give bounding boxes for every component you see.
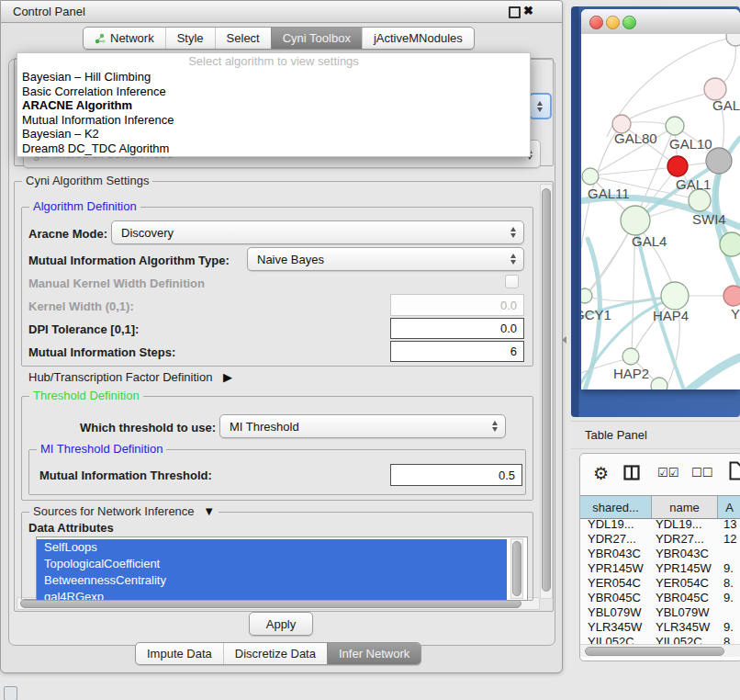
table-row[interactable]: YBR045CYBR045C9. [580, 591, 740, 605]
network-window[interactable]: GALGAL80GAL10GAL11GAL1SWI4GAL4GCY1HAP4YH… [581, 9, 740, 390]
network-node[interactable] [720, 232, 740, 256]
algorithm-option-dream8-dc-tdc-algorithm[interactable]: Dream8 DC_TDC Algorithm [17, 141, 530, 156]
zoom-window-icon[interactable] [622, 16, 636, 29]
table-cell: YBR045C [656, 591, 720, 605]
collapsed-panel-icon[interactable] [4, 686, 17, 700]
network-node[interactable] [726, 34, 740, 46]
split-columns-icon[interactable] [623, 465, 640, 480]
node-label-gal80: GAL80 [614, 130, 657, 146]
network-node[interactable] [582, 168, 599, 185]
table-row[interactable]: YLR345WYLR345W9. [580, 620, 740, 635]
collapse-down-icon[interactable]: ▼ [203, 504, 215, 518]
table-hscrollbar-thumb[interactable] [585, 647, 724, 656]
attributes-vscrollbar-thumb[interactable] [512, 541, 521, 596]
kernel-width-field[interactable]: 0.0 [390, 294, 524, 316]
mi-type-combo[interactable]: Naive Bayes [247, 247, 524, 271]
table-row[interactable]: YDR27...YDR27...12 [580, 532, 740, 547]
kernel-width-value: 0.0 [500, 299, 517, 312]
algorithm-option-bayesian-k2[interactable]: Bayesian – K2 [17, 127, 530, 141]
network-node[interactable] [581, 288, 592, 303]
tab-label: Impute Data [147, 647, 212, 660]
table-cell [723, 605, 740, 620]
float-window-icon[interactable] [509, 6, 521, 18]
close-icon[interactable]: ✖ [523, 4, 533, 17]
tab-discretize-data[interactable]: Discretize Data [223, 643, 327, 664]
control-panel-titlebar[interactable]: Control Panel ✖ [1, 1, 562, 23]
panel-splitter-handle[interactable] [562, 336, 566, 344]
table-panel-title: Table Panel [585, 428, 647, 442]
network-node[interactable] [661, 282, 689, 310]
control-panel-title: Control Panel [13, 5, 85, 18]
table-row[interactable]: YDL19...YDL19...13 [580, 517, 740, 532]
network-node[interactable] [666, 117, 684, 135]
algorithm-option-basic-correlation-inference[interactable]: Basic Correlation Inference [17, 85, 530, 99]
attribute-item-selfloops[interactable]: SelfLoops [37, 539, 507, 556]
tab-label: jActiveMNodules [374, 31, 463, 45]
hub-definition-expander[interactable]: Hub/Transcription Factor Definition ▶ [28, 370, 232, 384]
network-node[interactable] [706, 148, 732, 174]
manual-kernel-checkbox[interactable] [505, 275, 519, 288]
algorithm-combo-arrow[interactable] [529, 93, 552, 119]
apply-button[interactable]: Apply [249, 612, 313, 636]
algorithm-option-mutual-information-inference[interactable]: Mutual Information Inference [17, 113, 530, 128]
data-attributes-list[interactable]: SelfLoopsTopologicalCoefficientBetweenne… [36, 536, 528, 601]
tab-impute-data[interactable]: Impute Data [136, 643, 223, 664]
mi-steps-field[interactable]: 6 [390, 341, 524, 362]
attributes-vscrollbar[interactable] [510, 538, 523, 599]
tab-infer-network[interactable]: Infer Network [327, 643, 420, 664]
column-header-a[interactable]: A [718, 496, 740, 518]
table-cell: YBR045C [588, 591, 654, 605]
tab-cyni-toolbox[interactable]: Cyni Toolbox [271, 28, 362, 49]
algorithm-option-bayesian-hill-climbing[interactable]: Bayesian – Hill Climbing [17, 70, 530, 85]
new-table-icon[interactable] [729, 461, 740, 480]
gear-icon[interactable]: ⚙ [593, 463, 609, 484]
tab-network[interactable]: Network [84, 28, 165, 49]
aracne-mode-combo[interactable]: Discovery [111, 220, 524, 244]
network-node[interactable] [723, 286, 740, 306]
aracne-mode-label: Aracne Mode: [28, 227, 107, 241]
which-threshold-combo[interactable]: MI Threshold [219, 414, 506, 438]
table-cell: YDL19... [656, 517, 720, 532]
tab-jactivemnodules[interactable]: jActiveMNodules [362, 28, 474, 49]
settings-vscrollbar-thumb[interactable] [542, 188, 551, 592]
table-row[interactable]: YER054CYER054C8. [580, 576, 740, 591]
table-hscrollbar[interactable] [580, 644, 740, 657]
column-header-name[interactable]: name [652, 496, 718, 518]
table-cell: YPR145W [588, 561, 654, 576]
expand-right-icon[interactable]: ▶ [223, 370, 232, 384]
network-node[interactable] [667, 156, 688, 176]
table-row[interactable]: YBL079WYBL079W [580, 605, 740, 620]
mi-threshold-field[interactable]: 0.5 [390, 464, 522, 486]
tab-label: Style [177, 31, 204, 45]
tab-select[interactable]: Select [215, 28, 271, 49]
show-all-columns-icon[interactable]: ☑☑ [657, 466, 678, 480]
dpi-tolerance-field[interactable]: 0.0 [390, 318, 524, 339]
close-window-icon[interactable] [589, 16, 603, 29]
network-node[interactable] [651, 378, 667, 390]
tab-label: Network [110, 31, 154, 45]
attribute-item-betweennesscentrality[interactable]: BetweennessCentrality [37, 572, 507, 589]
attribute-item-gal4rgexp[interactable]: gal4RGexp [37, 589, 507, 601]
minimize-window-icon[interactable] [606, 16, 620, 29]
kernel-width-label: Kernel Width (0,1): [28, 299, 134, 313]
hub-definition-label: Hub/Transcription Factor Definition [28, 370, 212, 384]
tab-style[interactable]: Style [165, 28, 215, 49]
network-node[interactable] [689, 189, 711, 211]
bottom-tabs: Impute DataDiscretize DataInfer Network [135, 642, 421, 665]
network-canvas[interactable]: GALGAL80GAL10GAL11GAL1SWI4GAL4GCY1HAP4YH… [581, 34, 740, 390]
hide-all-columns-icon[interactable]: ☐☐ [691, 466, 712, 480]
network-window-titlebar[interactable] [581, 9, 740, 35]
settings-vscrollbar[interactable] [540, 184, 553, 599]
algorithm-option-aracne-algorithm[interactable]: ARACNE Algorithm [17, 98, 530, 113]
network-node[interactable] [621, 206, 650, 235]
stepper-up-icon [537, 101, 543, 106]
table-row[interactable]: YBR043CYBR043C [580, 547, 740, 561]
column-header-shared[interactable]: shared... [580, 496, 652, 518]
network-node[interactable] [622, 348, 639, 365]
aracne-mode-value: Discovery [121, 226, 174, 240]
sources-group-title[interactable]: Sources for Network Inference ▼ [29, 504, 219, 518]
table-row[interactable]: YPR145WYPR145W9. [580, 561, 740, 576]
attribute-item-topologicalcoefficient[interactable]: TopologicalCoefficient [37, 556, 507, 572]
node-label-swi4: SWI4 [692, 211, 726, 227]
table-cell: YBR043C [656, 547, 720, 561]
